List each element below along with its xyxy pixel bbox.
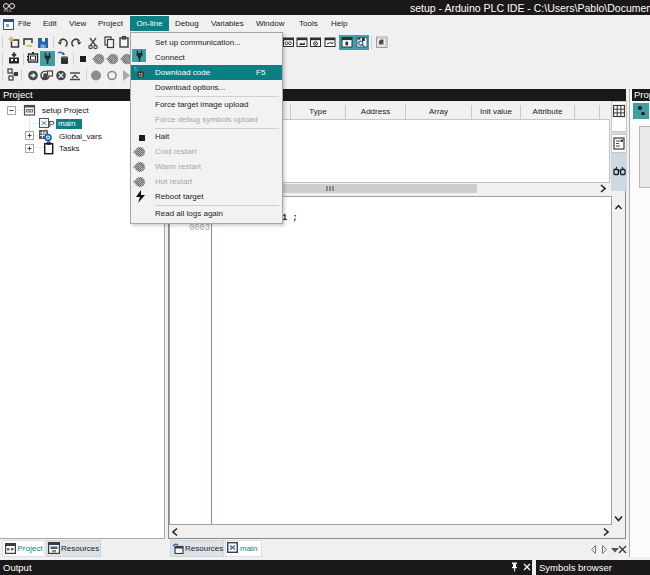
svg-text:P: P (49, 119, 55, 129)
